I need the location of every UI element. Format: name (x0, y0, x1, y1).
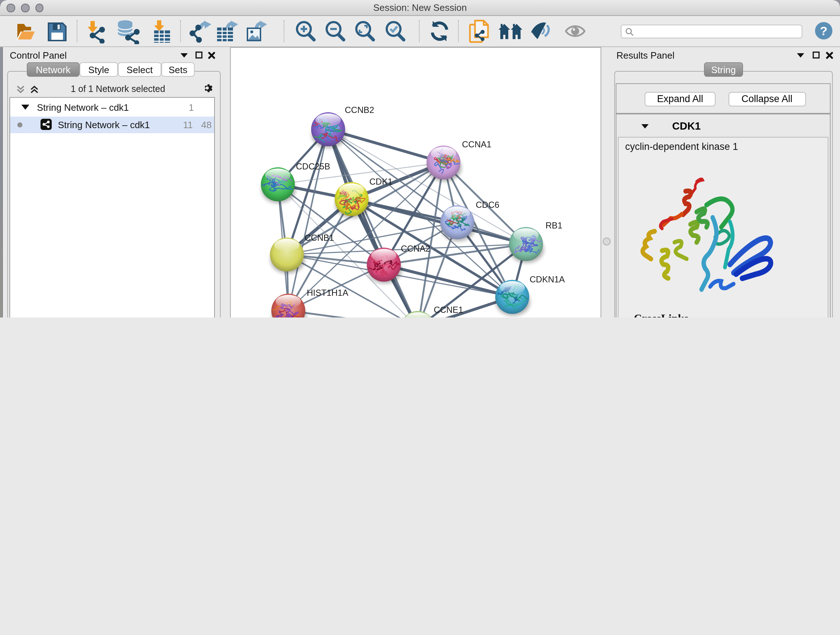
svg-text:CCNB2: CCNB2 (344, 105, 374, 115)
svg-text:CCNB1: CCNB1 (304, 233, 333, 242)
svg-text:?: ? (820, 24, 828, 38)
svg-text:CDC6: CDC6 (475, 200, 499, 210)
svg-text:CCNA1: CCNA1 (462, 139, 491, 149)
svg-text:CDC25B: CDC25B (295, 162, 330, 171)
svg-text:HIST1H1A: HIST1H1A (306, 288, 348, 298)
svg-text:RB1: RB1 (545, 220, 562, 230)
svg-text:CDK1: CDK1 (369, 177, 392, 187)
svg-text:CCNE1: CCNE1 (433, 305, 463, 315)
svg-text:CDKN1A: CDKN1A (529, 274, 564, 284)
svg-text:CCNA2: CCNA2 (401, 244, 430, 253)
